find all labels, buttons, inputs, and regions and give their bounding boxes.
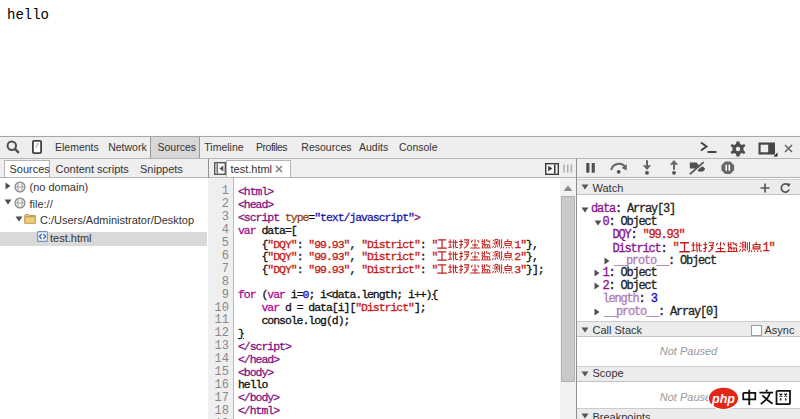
svg-text:php: php — [711, 392, 735, 406]
